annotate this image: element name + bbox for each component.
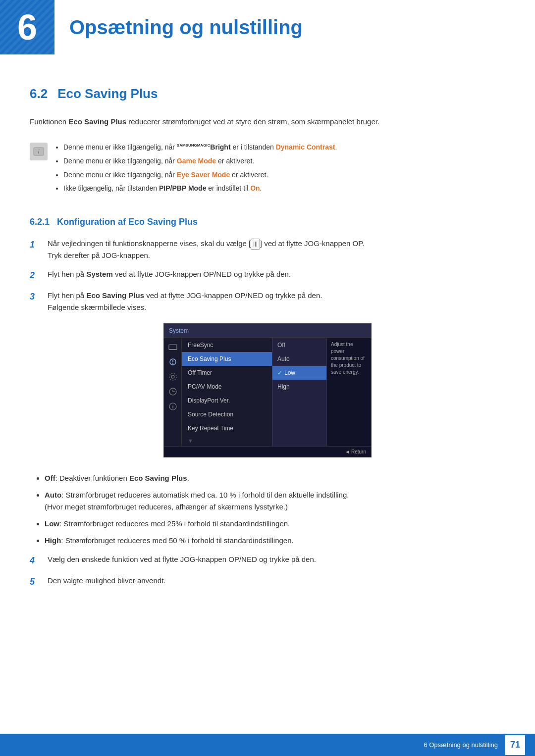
menu-item-offtimer: Off Timer	[182, 366, 272, 380]
note4-end: .	[260, 184, 262, 192]
menu-body: i FreeSync Eco Saving Plus Off Timer PC/…	[164, 338, 371, 447]
subsection-title: Konfiguration af Eco Saving Plus	[57, 217, 198, 227]
chapter-number-block: 6	[0, 0, 54, 54]
menu-screenshot: System i	[163, 323, 372, 458]
step-4-content: Vælg den ønskede funktion ved at flytte …	[48, 554, 505, 565]
intro-text-pre: Funktionen	[30, 117, 68, 126]
step3-bold: Eco Saving Plus	[86, 291, 144, 300]
note-item-3: Denne menu er ikke tilgængelig, når Eye …	[63, 169, 337, 181]
note2-bold: Game Mode	[177, 157, 216, 165]
step-5-content: Den valgte mulighed bliver anvendt.	[48, 575, 505, 587]
footer-page-number: 71	[505, 735, 525, 755]
menu-item-freesync: FreeSync	[182, 338, 272, 352]
step1-pre: Når vejledningen til funktionsknapperne …	[48, 239, 251, 248]
note-item-2: Denne menu er ikke tilgængelig, når Game…	[63, 155, 337, 167]
bullet-off-label: Off	[45, 474, 55, 482]
bullet-auto-label: Auto	[45, 491, 61, 499]
bullet-high-label: High	[45, 536, 61, 545]
note4-on: On	[250, 184, 260, 192]
menu-item-pcav: PC/AV Mode	[182, 380, 272, 394]
step1-post: ] ved at flytte JOG-knappen OP.	[260, 239, 365, 248]
bullet-low-text: : Strømforbruget reduceres med 25% i for…	[59, 519, 290, 528]
samsung-magic: SAMSUNGMAGIC	[177, 143, 211, 151]
submenu-off: Off	[272, 338, 326, 352]
bullet-off: Off: Deaktiver funktionen Eco Saving Plu…	[45, 472, 505, 484]
menu-main-col: FreeSync Eco Saving Plus Off Timer PC/AV…	[182, 338, 272, 447]
options-bullet-list: Off: Deaktiver funktionen Eco Saving Plu…	[30, 472, 505, 547]
svg-point-7	[171, 375, 174, 378]
section-heading: 6.2 Eco Saving Plus	[30, 84, 505, 103]
note3-rest: er aktiveret.	[230, 171, 268, 179]
intro-bold: Eco Saving Plus	[68, 117, 126, 126]
menu-top-bar: System	[164, 324, 371, 338]
menu-item-ecosaving: Eco Saving Plus	[182, 352, 272, 366]
main-content: 6.2 Eco Saving Plus Funktionen Eco Savin…	[0, 84, 535, 639]
menu-item-keyrepeat: Key Repeat Time	[182, 421, 272, 435]
footer-section-label: 6 Opsætning og nulstilling	[424, 740, 498, 750]
steps-list-after: 4 Vælg den ønskede funktion ved at flytt…	[30, 554, 505, 589]
subsection-number: 6.2.1	[30, 217, 50, 227]
step3-line2: Følgende skærmbillede vises.	[48, 303, 146, 311]
menu-icon-4	[166, 385, 180, 399]
note-box: i Denne menu er ikke tilgængelig, når SA…	[30, 138, 505, 201]
note3-bold: Eye Saver Mode	[177, 171, 230, 179]
svg-point-8	[169, 373, 176, 380]
note2-pre: Denne menu er ikke tilgængelig, når	[63, 157, 177, 165]
check-mark: ✓	[277, 369, 282, 376]
note2-rest: er aktiveret.	[216, 157, 254, 165]
bullet-auto: Auto: Strømforbruget reduceres automatis…	[45, 489, 505, 513]
step5-text: Den valgte mulighed bliver anvendt.	[48, 576, 165, 585]
note3-pre: Denne menu er ikke tilgængelig, når	[63, 171, 177, 179]
note-list: Denne menu er ikke tilgængelig, når SAMS…	[54, 142, 337, 197]
steps-list: 1 Når vejledningen til funktionsknappern…	[30, 238, 505, 313]
note1-end: .	[335, 143, 337, 151]
step-2-num: 2	[30, 268, 41, 283]
bullet-low-label: Low	[45, 519, 59, 528]
svg-rect-2	[169, 345, 177, 350]
step-4: 4 Vælg den ønskede funktion ved at flytt…	[30, 554, 505, 568]
step-1-content: Når vejledningen til funktionsknapperne …	[48, 238, 505, 261]
menu-help-text: Adjust the power consumption of the prod…	[331, 342, 365, 375]
step-1: 1 Når vejledningen til funktionsknappern…	[30, 238, 505, 261]
step-1-num: 1	[30, 238, 41, 252]
page-header: 6 Opsætning og nulstilling	[0, 0, 535, 69]
note4-rest: er indstillet til	[206, 184, 250, 192]
menu-icon-2	[166, 355, 180, 369]
menu-return-label: ◄	[345, 449, 351, 454]
menu-help-col: Adjust the power consumption of the prod…	[326, 338, 371, 447]
note1-rest: er i tilstanden	[231, 143, 276, 151]
menu-item-displayport: DisplayPort Ver.	[182, 394, 272, 407]
section-title: Eco Saving Plus	[57, 84, 158, 103]
step2-pre: Flyt hen på	[48, 270, 86, 278]
note-item-4: Ikke tilgængelig, når tilstanden PIP/PBP…	[63, 183, 337, 195]
menu-scroll-indicator: ▼	[182, 435, 272, 447]
step-2: 2 Flyt hen på System ved at flytte JOG-k…	[30, 268, 505, 283]
step3-pre: Flyt hen på	[48, 291, 86, 300]
bullet-off-pre: : Deaktiver funktionen	[55, 474, 129, 482]
menu-icon-5: i	[166, 400, 180, 413]
menu-icon-1	[166, 340, 180, 354]
note1-bright: Bright	[210, 143, 230, 151]
svg-text:i: i	[172, 404, 173, 409]
menu-icon-3	[166, 370, 180, 384]
bullet-off-eco: Eco Saving Plus	[129, 474, 187, 482]
intro-paragraph: Funktionen Eco Saving Plus reducerer str…	[30, 116, 505, 128]
step-2-content: Flyt hen på System ved at flytte JOG-kna…	[48, 268, 505, 280]
jog-icon: |||	[251, 239, 260, 250]
step-3: 3 Flyt hen på Eco Saving Plus ved at fly…	[30, 290, 505, 313]
menu-return-text: Return	[351, 449, 366, 454]
step-5-num: 5	[30, 575, 41, 589]
bullet-off-end: .	[187, 474, 189, 482]
step-3-content: Flyt hen på Eco Saving Plus ved at flytt…	[48, 290, 505, 313]
step2-post: ved at flytte JOG-knappen OP/NED og tryk…	[113, 270, 291, 278]
menu-icons-col: i	[164, 338, 182, 447]
note4-pre: Ikke tilgængelig, når tilstanden	[63, 184, 159, 192]
chapter-title: Opsætning og nulstilling	[54, 12, 303, 42]
bullet-low: Low: Strømforbruget reduceres med 25% i …	[45, 518, 505, 530]
note1-dynamic: Dynamic Contrast	[276, 143, 335, 151]
page-footer: 6 Opsætning og nulstilling 71	[0, 734, 535, 756]
section-number: 6.2	[30, 84, 48, 103]
step-4-num: 4	[30, 554, 41, 568]
menu-bottom-bar: ◄ Return	[164, 446, 371, 457]
submenu-low: ✓Low	[272, 366, 326, 380]
